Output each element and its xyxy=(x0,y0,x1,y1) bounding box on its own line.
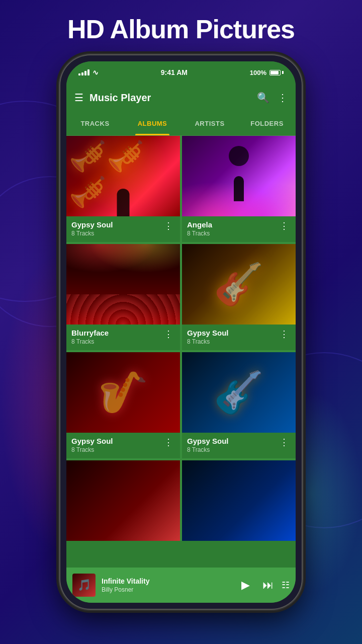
album-info-3: Blurryface 8 Tracks ⋮ xyxy=(66,325,180,350)
signal-bar-4 xyxy=(87,69,89,75)
albums-container: Gypsy Soul 8 Tracks ⋮ xyxy=(66,136,296,568)
albums-grid: Gypsy Soul 8 Tracks ⋮ xyxy=(66,136,296,541)
now-playing-art-inner: 🎵 xyxy=(72,574,96,597)
album-name-6: Gypsy Soul xyxy=(187,437,278,445)
tab-albums[interactable]: ALBUMS xyxy=(124,112,181,135)
album-name-1: Gypsy Soul xyxy=(71,220,162,229)
menu-icon[interactable]: ☰ xyxy=(74,92,83,104)
album-tracks-6: 8 Tracks xyxy=(187,446,278,453)
signal-bar-1 xyxy=(78,73,80,75)
album-tracks-4: 8 Tracks xyxy=(187,338,278,345)
page-headline: HD Album Pictures xyxy=(0,14,362,44)
signal-bar-2 xyxy=(81,72,83,75)
album-card-5[interactable]: Gypsy Soul 8 Tracks ⋮ xyxy=(66,352,180,458)
album-tracks-2: 8 Tracks xyxy=(187,230,278,237)
album-name-4: Gypsy Soul xyxy=(187,329,278,337)
album-tracks-1: 8 Tracks xyxy=(71,230,162,237)
album-name-3: Blurryface xyxy=(71,329,162,337)
app-title: Music Player xyxy=(89,92,251,104)
album-name-2: Angela xyxy=(187,220,278,229)
app-header: ☰ Music Player 🔍 ⋮ xyxy=(66,84,296,112)
play-button[interactable]: ▶ xyxy=(236,576,254,594)
album-more-5[interactable]: ⋮ xyxy=(162,438,175,447)
album-art-8 xyxy=(182,460,296,541)
playlist-button[interactable]: ☷ xyxy=(282,580,290,591)
now-playing-title: Infinite Vitality xyxy=(102,577,230,585)
signal-bar-3 xyxy=(84,71,86,75)
next-button[interactable]: ⏭ xyxy=(262,579,274,592)
album-card-6[interactable]: Gypsy Soul 8 Tracks ⋮ xyxy=(182,352,296,458)
now-playing-info: Infinite Vitality Billy Posner xyxy=(102,577,230,593)
album-info-6: Gypsy Soul 8 Tracks ⋮ xyxy=(182,433,296,458)
album-tracks-5: 8 Tracks xyxy=(71,446,162,453)
tab-bar: TRACKS ALBUMS ARTISTS FOLDERS xyxy=(66,112,296,136)
battery-icon xyxy=(269,70,284,75)
album-more-1[interactable]: ⋮ xyxy=(162,221,175,230)
album-art-4 xyxy=(182,244,296,325)
album-info-4: Gypsy Soul 8 Tracks ⋮ xyxy=(182,325,296,350)
album-art-5 xyxy=(66,352,180,433)
signal-bars xyxy=(78,69,89,75)
album-art-2 xyxy=(182,136,296,216)
status-left: ∿ xyxy=(78,68,99,76)
album-more-6[interactable]: ⋮ xyxy=(278,438,291,447)
album-more-4[interactable]: ⋮ xyxy=(278,330,291,339)
now-playing-controls: ▶ ⏭ ☷ xyxy=(236,576,290,594)
now-playing-art: 🎵 xyxy=(72,574,96,597)
phone-screen: ∿ 9:41 AM 100% ☰ Music Player xyxy=(66,61,296,603)
wifi-icon: ∿ xyxy=(93,68,99,76)
phone-frame: ∿ 9:41 AM 100% ☰ Music Player xyxy=(60,55,302,609)
status-bar: ∿ 9:41 AM 100% xyxy=(66,61,296,84)
album-info-1: Gypsy Soul 8 Tracks ⋮ xyxy=(66,216,180,242)
now-playing-bar: 🎵 Infinite Vitality Billy Posner ▶ ⏭ ☷ xyxy=(66,568,296,603)
album-text-4: Gypsy Soul 8 Tracks xyxy=(187,329,278,345)
more-options-icon[interactable]: ⋮ xyxy=(278,92,288,104)
status-time: 9:41 AM xyxy=(161,68,188,76)
battery-percent: 100% xyxy=(250,69,266,76)
album-more-3[interactable]: ⋮ xyxy=(162,330,175,339)
album-text-3: Blurryface 8 Tracks xyxy=(71,329,162,345)
album-art-1 xyxy=(66,136,180,216)
tab-artists[interactable]: ARTISTS xyxy=(181,112,238,135)
tab-tracks[interactable]: TRACKS xyxy=(66,112,124,135)
album-text-1: Gypsy Soul 8 Tracks xyxy=(71,220,162,237)
tab-folders[interactable]: FOLDERS xyxy=(238,112,296,135)
album-card-8[interactable] xyxy=(182,460,296,541)
album-art-6 xyxy=(182,352,296,433)
header-icons: 🔍 ⋮ xyxy=(257,92,288,104)
album-info-2: Angela 8 Tracks ⋮ xyxy=(182,216,296,242)
album-more-2[interactable]: ⋮ xyxy=(278,221,291,230)
album-name-5: Gypsy Soul xyxy=(71,437,162,445)
album-tracks-3: 8 Tracks xyxy=(71,338,162,345)
album-card-7[interactable] xyxy=(66,460,180,541)
album-text-2: Angela 8 Tracks xyxy=(187,220,278,237)
now-playing-artist: Billy Posner xyxy=(102,586,230,593)
album-art-7 xyxy=(66,460,180,541)
album-info-5: Gypsy Soul 8 Tracks ⋮ xyxy=(66,433,180,458)
album-text-6: Gypsy Soul 8 Tracks xyxy=(187,437,278,453)
album-card-4[interactable]: Gypsy Soul 8 Tracks ⋮ xyxy=(182,244,296,350)
album-card-1[interactable]: Gypsy Soul 8 Tracks ⋮ xyxy=(66,136,180,242)
album-art-3 xyxy=(66,244,180,325)
status-right: 100% xyxy=(250,69,284,76)
album-card-2[interactable]: Angela 8 Tracks ⋮ xyxy=(182,136,296,242)
album-text-5: Gypsy Soul 8 Tracks xyxy=(71,437,162,453)
album-card-3[interactable]: Blurryface 8 Tracks ⋮ xyxy=(66,244,180,350)
search-icon[interactable]: 🔍 xyxy=(257,92,269,104)
